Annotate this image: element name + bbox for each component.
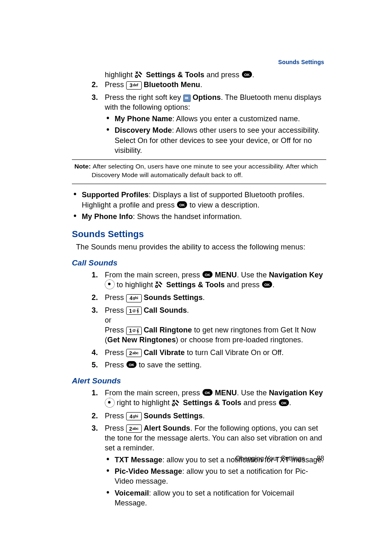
- text: .: [252, 71, 254, 79]
- bluetooth-steps: Press 3def Bluetooth Menu. Press the rig…: [72, 80, 326, 155]
- running-header: Sounds Settings: [278, 58, 324, 66]
- text: . Use the: [237, 389, 269, 397]
- text: Press: [105, 424, 126, 432]
- bullet-label: Discovery Mode: [115, 126, 172, 134]
- text: .: [272, 281, 274, 289]
- bullet-label: Pic-Video Message: [115, 467, 182, 475]
- ok-key-icon: [262, 281, 272, 288]
- bullet-pic-video-message: Pic-Video Message: allow you to set a no…: [115, 466, 326, 487]
- text: ) or choose from pre-loaded ringtones.: [176, 336, 303, 344]
- divider: [72, 184, 326, 184]
- navigation-key-icon: [105, 398, 115, 408]
- bullet-label: My Phone Name: [115, 115, 172, 123]
- text: Press the right soft key: [105, 93, 183, 101]
- bullet-my-phone-name: My Phone Name: Allows you enter a custom…: [115, 114, 326, 124]
- text: .: [200, 81, 202, 89]
- options-bullets: My Phone Name: Allows you enter a custom…: [105, 114, 326, 155]
- step-2: Press 4ghi Sounds Settings.: [105, 293, 326, 302]
- bullet-label: TXT Message: [115, 456, 162, 464]
- tools-icon: [155, 281, 164, 288]
- label-settings-tools: Settings & Tools: [146, 71, 204, 79]
- text: . Use the: [237, 271, 269, 279]
- text: right to highlight: [117, 399, 172, 407]
- page-footer: Changing Your Settings 88: [235, 454, 324, 463]
- heading-call-sounds: Call Sounds: [72, 258, 326, 268]
- key-4-icon: 4ghi: [126, 412, 142, 420]
- text: to turn Call Vibrate On or Off.: [185, 348, 284, 357]
- ok-key-icon: [279, 399, 289, 406]
- options-bullets-continued: Supported Profiles: Displays a list of s…: [72, 190, 326, 221]
- note-text: After selecting On, users have one minut…: [92, 163, 318, 178]
- sounds-intro: The Sounds menu provides the ability to …: [76, 242, 326, 252]
- text: to save the setting.: [139, 361, 202, 369]
- text: and press: [207, 71, 242, 79]
- key-2-icon: 2abc: [126, 424, 142, 433]
- manual-page: Sounds Settings highlight Settings & Too…: [0, 0, 392, 542]
- key-1-icon: 1@𝄞: [126, 307, 142, 315]
- footer-page-number: 88: [317, 454, 324, 463]
- text: From the main screen, press: [105, 389, 202, 397]
- label-menu: MENU: [215, 389, 237, 397]
- text: and press: [244, 399, 279, 407]
- text: and press: [227, 281, 262, 289]
- text: Press: [105, 412, 126, 420]
- label-settings-tools: Settings & Tools: [166, 281, 225, 289]
- text: Press: [105, 81, 126, 89]
- key-2-icon: 2abc: [126, 349, 142, 357]
- text: highlight: [105, 71, 135, 79]
- step-2: Press 3def Bluetooth Menu.: [105, 80, 326, 90]
- label-options: Options: [193, 93, 221, 101]
- label-call-ringtone: Call Ringtone: [144, 326, 192, 334]
- call-sounds-steps: From the main screen, press MENU. Use th…: [72, 270, 326, 370]
- note: Note: After selecting On, users have one…: [72, 162, 326, 180]
- navigation-key-icon: [105, 279, 115, 289]
- step-3: Press 1@𝄞 Call Sounds. or Press 1@𝄞 Call…: [105, 305, 326, 345]
- ok-key-icon: [202, 271, 213, 278]
- ok-key-icon: [126, 361, 137, 368]
- label-settings-tools: Settings & Tools: [183, 399, 241, 407]
- bullet-desc: : Shows the handset information.: [133, 212, 242, 221]
- footer-chapter: Changing Your Settings: [235, 455, 305, 462]
- bullet-voicemail: Voicemail: allow you to set a notificati…: [115, 488, 326, 508]
- text: Press: [105, 326, 126, 334]
- continuation-line: highlight Settings & Tools and press .: [80, 70, 326, 80]
- step-1: From the main screen, press MENU. Use th…: [105, 270, 326, 291]
- right-soft-key-icon: [183, 95, 191, 102]
- step-3: Press the right soft key Options. The Bl…: [105, 92, 326, 156]
- ok-key-icon: [202, 389, 213, 396]
- divider: [72, 159, 326, 160]
- label-call-sounds: Call Sounds: [144, 306, 187, 314]
- ok-key-icon: [242, 71, 252, 78]
- step-1: From the main screen, press MENU. Use th…: [105, 388, 326, 408]
- text: Press: [105, 293, 126, 302]
- label-get-new-ringtones: Get New Ringtones: [107, 336, 176, 344]
- text: .: [289, 399, 291, 407]
- step-4: Press 2abc Call Vibrate to turn Call Vib…: [105, 348, 326, 357]
- text: .: [203, 412, 205, 420]
- label-menu: MENU: [215, 271, 237, 279]
- bullet-discovery-mode: Discovery Mode: Allows other users to se…: [115, 125, 326, 155]
- label-alert-sounds: Alert Sounds: [144, 424, 190, 432]
- key-4-icon: 4ghi: [126, 294, 142, 302]
- text: From the main screen, press: [105, 271, 202, 279]
- tools-icon: [135, 71, 144, 78]
- note-label: Note:: [74, 163, 93, 170]
- step-2: Press 4ghi Sounds Settings.: [105, 411, 326, 421]
- tools-icon: [172, 399, 181, 406]
- ok-key-icon: [177, 201, 187, 208]
- bullet-label: Voicemail: [115, 489, 149, 497]
- text: Press: [105, 361, 126, 369]
- heading-sounds-settings: Sounds Settings: [72, 228, 326, 240]
- label-navigation-key: Navigation Key: [269, 271, 323, 279]
- text: Press: [105, 348, 126, 357]
- text: to highlight: [117, 281, 155, 289]
- bullet-my-phone-info: My Phone Info: Shows the handset informa…: [82, 212, 326, 221]
- label-navigation-key: Navigation Key: [269, 389, 323, 397]
- text: to view a description.: [187, 201, 259, 209]
- key-1-icon: 1@𝄞: [126, 327, 142, 335]
- bullet-desc: : Allows you enter a customized name.: [172, 115, 300, 123]
- key-3-icon: 3def: [126, 81, 142, 90]
- label-call-vibrate: Call Vibrate: [144, 348, 185, 357]
- bullet-label: My Phone Info: [82, 212, 133, 221]
- text: .: [187, 306, 189, 314]
